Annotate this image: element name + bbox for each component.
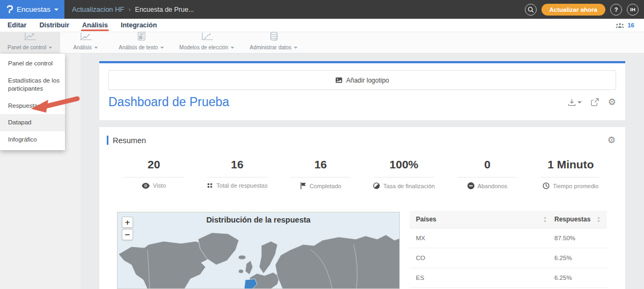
dropdown-item-infografico[interactable]: Infográfico: [0, 131, 65, 149]
breadcrumb-current[interactable]: Encuesta de Prue...: [135, 6, 194, 13]
tool-label: Análisis de texto: [119, 45, 158, 50]
stat-label: Abandonos: [478, 183, 508, 189]
scatter-chart-icon: [79, 32, 92, 43]
dashboard-header-card: Añadir logotipo Dashboard de Prueba ⚙: [99, 61, 625, 120]
table-header: Países Respuestas: [409, 211, 607, 228]
section-accent-bar: [107, 136, 108, 145]
gear-icon: ⚙: [608, 136, 616, 145]
tool-panel-de-control[interactable]: Panel de control: [0, 32, 60, 53]
stat-label: Tasa de finalización: [383, 183, 435, 189]
main-nav: Editar Distribuir Análisis Integración 1…: [0, 19, 644, 32]
people-group-icon: [616, 23, 624, 28]
stat-label: Visto: [153, 182, 166, 189]
flag-icon: [300, 182, 306, 189]
stat-label: Total de respuestas: [216, 182, 267, 189]
chevron-down-icon: [160, 47, 164, 48]
summary-stats: 20 Visto 16 Total de respuestas 16 Compl…: [99, 145, 625, 189]
stat-total-respuestas: 16 Total de respuestas: [195, 158, 279, 189]
breadcrumb-parent[interactable]: Actualizacion HF: [72, 5, 125, 13]
sort-icon[interactable]: [543, 217, 547, 223]
topbar-actions: Actualizar ahora ? IH: [525, 4, 644, 16]
search-button[interactable]: [525, 4, 537, 16]
table-row[interactable]: ES 6.25%: [409, 268, 607, 288]
respondents-counter[interactable]: 16: [616, 22, 644, 28]
tool-modelos-de-eleccion[interactable]: Modelos de elección: [172, 32, 242, 53]
completion-rate-icon: [373, 182, 380, 189]
sort-icon[interactable]: [597, 217, 601, 223]
divider: [540, 177, 601, 177]
tool-label: Modelos de elección: [179, 45, 228, 50]
stat-value: 16: [195, 158, 279, 171]
dropdown-item-panel-de-control[interactable]: Panel de control: [0, 55, 65, 72]
stat-label: Tiempo promedio: [553, 183, 598, 189]
respondents-count: 16: [627, 22, 634, 28]
resumen-card: Resumen ⚙ 20 Visto 16 Total de respuesta…: [99, 127, 625, 289]
table-row[interactable]: MX 87.50%: [409, 228, 607, 248]
stat-value: 0: [445, 158, 529, 171]
column-header-paises[interactable]: Países: [416, 216, 436, 223]
widget-settings-button[interactable]: ⚙: [608, 136, 616, 145]
database-icon: [269, 32, 279, 43]
nav-item-distribuir[interactable]: Distribuir: [39, 19, 69, 32]
chevron-down-icon: [231, 47, 235, 48]
add-logo-button[interactable]: Añadir logotipo: [108, 70, 616, 90]
map-zoom-out-button[interactable]: −: [122, 229, 133, 240]
chevron-down-icon: [294, 47, 298, 48]
settings-button[interactable]: ⚙: [608, 98, 616, 107]
responses-cell: 6.25%: [554, 275, 601, 281]
update-now-button[interactable]: Actualizar ahora: [541, 4, 605, 16]
column-header-respuestas[interactable]: Respuestas: [554, 216, 590, 223]
section-title: Resumen: [113, 136, 146, 145]
country-cell: ES: [416, 275, 554, 281]
top-bar: Encuestas Actualizacion HF › Encuesta de…: [0, 0, 644, 19]
stat-visto: 20 Visto: [112, 158, 195, 189]
dropdown-item-datapad[interactable]: Datapad: [0, 114, 65, 131]
page-title: Dashboard de Prueba: [108, 95, 229, 109]
share-button[interactable]: [591, 98, 599, 106]
panel-de-control-dropdown: Panel de control Estadísticas de los par…: [0, 54, 65, 150]
tool-administrar-datos[interactable]: Administrar datos: [242, 32, 305, 53]
search-icon: [528, 6, 534, 13]
stat-value: 100%: [362, 158, 445, 171]
tool-analisis[interactable]: Análisis: [60, 32, 111, 53]
nav-item-integracion[interactable]: Integración: [121, 19, 157, 32]
table-row[interactable]: CO 6.25%: [409, 248, 607, 268]
map-title: Distribución de la respuesta: [118, 216, 399, 224]
title-row: Dashboard de Prueba ⚙: [99, 90, 625, 109]
response-distribution-map[interactable]: Distribución de la respuesta + −: [117, 212, 400, 289]
divider: [207, 177, 267, 177]
chevron-down-icon: [577, 101, 582, 103]
divider: [290, 177, 350, 177]
choice-chart-icon: [201, 32, 214, 43]
dropdown-item-estadisticas[interactable]: Estadísticas de los participantes: [0, 72, 65, 98]
stat-completado: 16 Completado: [279, 158, 362, 189]
nav-item-analisis[interactable]: Análisis: [82, 19, 108, 32]
responses-cell: 87.50%: [554, 235, 601, 241]
divider: [124, 177, 184, 177]
chevron-down-icon: [49, 47, 53, 48]
eye-icon: [142, 183, 150, 189]
stat-abandonos: 0 Abandonos: [445, 158, 529, 189]
breadcrumb: Actualizacion HF › Encuesta de Prue...: [72, 5, 194, 13]
nav-item-editar[interactable]: Editar: [8, 19, 26, 32]
text-document-icon: [136, 32, 147, 43]
stat-value: 16: [279, 158, 362, 171]
dropdown-item-respuestas[interactable]: Respuestas: [0, 98, 65, 115]
breadcrumb-separator: ›: [129, 6, 131, 13]
avatar[interactable]: IH: [627, 4, 639, 16]
brand-label: Encuestas: [17, 5, 50, 13]
line-chart-icon: [24, 32, 36, 43]
responses-cell: 6.25%: [554, 255, 601, 261]
help-button[interactable]: ?: [610, 4, 622, 16]
analysis-toolbar: Panel de control Análisis Análisis de te…: [0, 32, 644, 54]
grid-dots-icon: [207, 182, 213, 189]
clock-icon: [543, 182, 550, 189]
gear-icon: ⚙: [608, 98, 616, 107]
map-zoom-in-button[interactable]: +: [122, 217, 133, 228]
stat-label: Completado: [310, 183, 341, 189]
tool-analisis-de-texto[interactable]: Análisis de texto: [111, 32, 172, 53]
download-button[interactable]: [568, 99, 582, 106]
brand-menu[interactable]: Encuestas: [0, 0, 64, 19]
chevron-down-icon: [54, 9, 58, 11]
tool-label: Panel de control: [8, 45, 46, 50]
